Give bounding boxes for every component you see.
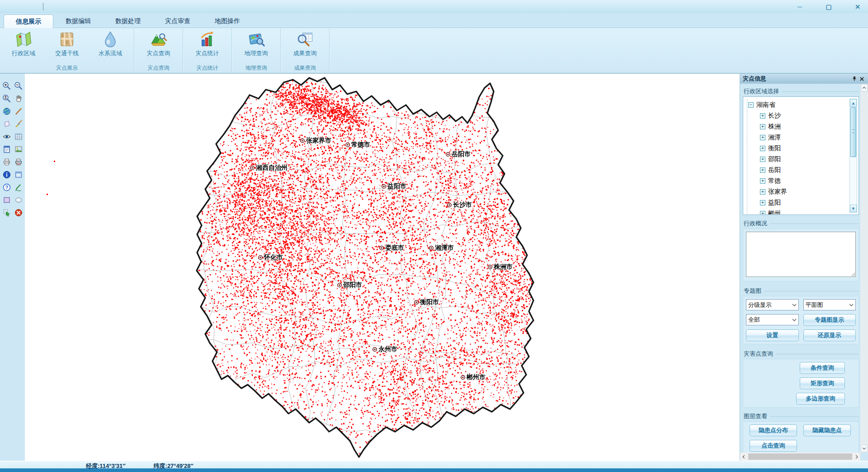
expand-icon[interactable]: + (760, 124, 765, 129)
zoom-in-icon[interactable] (2, 81, 12, 91)
tree-scroll-up-icon[interactable]: ▲ (850, 99, 857, 107)
layer-view-section: 隐患点分布 隐藏隐患点 点击查询 (743, 421, 859, 455)
tree-item-label: 株洲 (768, 123, 781, 131)
expand-icon[interactable]: + (760, 200, 765, 205)
expand-icon[interactable]: + (760, 189, 765, 195)
pick-arrow-icon[interactable] (2, 208, 12, 218)
settings-button[interactable]: 设置 (746, 329, 799, 341)
minimize-button[interactable]: ─ (794, 2, 806, 11)
hazard-distribution-button[interactable]: 隐患点分布 (750, 424, 797, 436)
printer-color-icon[interactable] (14, 157, 24, 167)
tree-item[interactable]: +长沙 (748, 110, 858, 121)
tree-item[interactable]: +张家界 (748, 186, 858, 197)
restore-button[interactable]: ▢ (823, 2, 835, 11)
tree-scroll-down-icon[interactable]: ▼ (850, 205, 857, 212)
zoom-extent-icon[interactable] (2, 94, 12, 104)
zoom-out-icon[interactable] (14, 81, 24, 91)
polygon-query-button[interactable]: 多边形查询 (796, 393, 845, 405)
tab-data-process[interactable]: 数据处理 (103, 15, 153, 28)
city-label: 长沙市 (447, 201, 472, 209)
pan-icon[interactable] (14, 94, 24, 104)
pin-icon[interactable] (851, 75, 858, 82)
tree-item[interactable]: +郴州 (748, 208, 858, 215)
ellipse-select-icon[interactable] (14, 195, 24, 205)
thematic-label: 专题图 (744, 287, 859, 295)
restore-display-button[interactable]: 还原显示 (803, 329, 856, 341)
result-query-button[interactable]: 成果查询 (283, 29, 327, 57)
image-icon[interactable] (14, 144, 24, 154)
disaster-query-button[interactable]: 灾点查询 (137, 29, 180, 57)
globe-icon[interactable] (2, 106, 12, 116)
expand-icon[interactable]: + (760, 113, 765, 119)
tree-item[interactable]: +衡阳 (748, 143, 858, 154)
eye-icon[interactable] (2, 132, 12, 142)
rectangle-query-button[interactable]: 矩形查询 (800, 377, 845, 389)
tree-item[interactable]: +邵阳 (748, 154, 858, 165)
map-area: 张家界市常德市岳阳市湘西自治州益阳市长沙市娄底市湘潭市怀化市株洲市邵阳市衡阳市永… (25, 74, 740, 461)
status-bar-strip (0, 468, 868, 472)
button-label: 地理查询 (245, 49, 268, 57)
overview-textarea[interactable] (746, 232, 856, 277)
panel-horizontal-scrollbar[interactable] (740, 453, 860, 461)
tree-item[interactable]: +湘潭 (748, 132, 858, 143)
city-label: 株洲市 (487, 263, 513, 271)
expand-icon[interactable]: + (760, 178, 765, 184)
tab-info-display[interactable]: 信息展示 (4, 14, 53, 28)
thematic-mode-select[interactable]: 分级显示 (746, 299, 799, 310)
traffic-line-button[interactable]: 交通干线 (45, 29, 89, 57)
water-drop-icon (101, 30, 119, 48)
scroll-right-icon[interactable] (853, 453, 860, 460)
tree-item[interactable]: −湖南省 (748, 100, 858, 110)
tab-map-operate[interactable]: 地图操作 (203, 15, 252, 28)
scroll-left-icon[interactable] (740, 453, 747, 460)
scroll-up-icon[interactable] (861, 84, 868, 91)
thematic-scope-select[interactable]: 全部 (746, 314, 799, 325)
delete-icon[interactable] (14, 208, 24, 218)
form-icon[interactable] (14, 170, 24, 180)
report-icon[interactable] (2, 144, 12, 154)
info-icon[interactable] (2, 170, 12, 180)
tree-scrollbar[interactable]: ▲ ▼ (849, 99, 857, 213)
grid-table-icon[interactable] (14, 132, 24, 142)
printer-icon[interactable] (2, 157, 12, 167)
expand-icon[interactable]: + (760, 135, 765, 140)
admin-region-button[interactable]: 行政区域 (2, 29, 45, 57)
button-label: 成果查询 (293, 49, 317, 57)
tree-item[interactable]: +岳阳 (748, 165, 858, 176)
panel-close-icon[interactable] (858, 75, 865, 82)
tab-data-edit[interactable]: 数据编辑 (53, 15, 103, 28)
expand-icon[interactable]: + (760, 167, 765, 173)
tree-item[interactable]: +株洲 (748, 121, 858, 132)
thematic-type-select[interactable]: 平面图 (803, 299, 856, 310)
tab-disaster-review[interactable]: 灾点审查 (153, 15, 203, 28)
tree-item[interactable]: +益阳 (748, 197, 858, 208)
disaster-stats-button[interactable]: 灾点统计 (186, 29, 229, 57)
expand-icon[interactable]: + (760, 211, 765, 215)
condition-query-button[interactable]: 条件查询 (800, 362, 845, 374)
geo-query-button[interactable]: 地理查询 (235, 29, 278, 57)
measure-line-icon[interactable] (14, 106, 24, 116)
overview-section (743, 229, 859, 281)
click-query-button[interactable]: 点击查询 (750, 440, 797, 452)
help-icon[interactable]: ? (2, 182, 12, 192)
map-canvas[interactable] (25, 74, 740, 461)
close-button[interactable]: ✕ (852, 2, 863, 11)
collapse-icon[interactable]: − (748, 102, 754, 108)
signature-icon[interactable] (14, 182, 24, 192)
city-label: 湘西自治州 (250, 164, 288, 172)
layer-view-label: 图层查看 (744, 412, 859, 420)
city-marker-icon (447, 202, 452, 208)
panel-vertical-scrollbar[interactable] (860, 84, 868, 453)
rect-select-icon[interactable] (2, 195, 12, 205)
hide-hazard-button[interactable]: 隐藏隐患点 (803, 424, 851, 436)
brush-icon[interactable] (14, 119, 24, 129)
tree-item[interactable]: +常德 (748, 176, 858, 186)
scroll-down-icon[interactable] (861, 445, 868, 452)
water-system-button[interactable]: 水系流域 (89, 29, 132, 57)
hscroll-thumb[interactable] (748, 453, 852, 460)
thematic-show-button[interactable]: 专题图显示 (803, 314, 856, 326)
expand-icon[interactable]: + (760, 146, 765, 151)
polygon-tool-icon[interactable] (2, 119, 12, 129)
tree-scroll-thumb[interactable] (850, 107, 856, 157)
expand-icon[interactable]: + (760, 157, 765, 162)
